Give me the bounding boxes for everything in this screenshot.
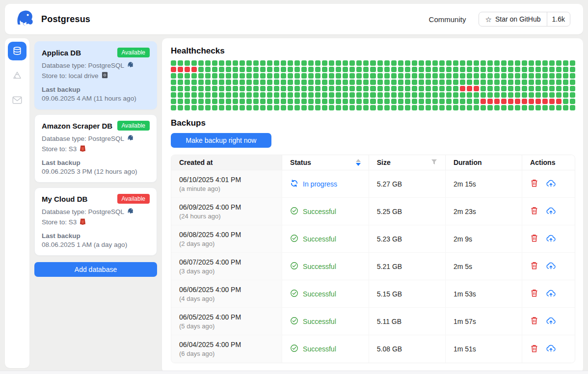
healthcheck-cell-ok[interactable] [356, 60, 362, 66]
healthcheck-cell-ok[interactable] [246, 80, 252, 85]
healthcheck-cell-ok[interactable] [253, 67, 259, 72]
healthcheck-cell-ok[interactable] [281, 92, 286, 98]
healthcheck-cell-ok[interactable] [467, 99, 472, 104]
healthcheck-cell-ok[interactable] [288, 67, 293, 72]
healthcheck-cell-ok[interactable] [377, 67, 383, 72]
healthcheck-cell-ok[interactable] [515, 73, 520, 79]
healthcheck-cell-ok[interactable] [329, 67, 334, 72]
healthcheck-cell-ok[interactable] [219, 60, 224, 66]
healthcheck-cell-ok[interactable] [294, 73, 300, 79]
healthcheck-cell-ok[interactable] [549, 60, 555, 66]
healthcheck-cell-ok[interactable] [356, 99, 362, 104]
healthcheck-cell-ok[interactable] [233, 60, 238, 66]
healthcheck-cell-ok[interactable] [191, 105, 197, 110]
healthcheck-cell-ok[interactable] [398, 67, 403, 72]
healthcheck-cell-ok[interactable] [281, 60, 286, 66]
healthcheck-cell-ok[interactable] [356, 105, 362, 110]
sidebar-item-databases[interactable] [8, 42, 27, 60]
healthcheck-cell-ok[interactable] [329, 60, 334, 66]
healthcheck-cell-ok[interactable] [556, 73, 561, 79]
healthcheck-cell-ok[interactable] [226, 105, 231, 110]
healthcheck-cell-ok[interactable] [377, 73, 383, 79]
healthcheck-cell-ok[interactable] [481, 92, 486, 98]
healthcheck-cell-ok[interactable] [432, 86, 438, 91]
healthcheck-cell-ok[interactable] [178, 86, 183, 91]
healthcheck-cell-ok[interactable] [446, 86, 452, 91]
healthcheck-cell-ok[interactable] [535, 86, 541, 91]
healthcheck-cell-ok[interactable] [570, 67, 575, 72]
healthcheck-cell-ok[interactable] [370, 105, 375, 110]
restore-backup-button[interactable] [546, 179, 556, 189]
healthcheck-cell-ok[interactable] [356, 86, 362, 91]
healthcheck-cell-ok[interactable] [274, 80, 279, 85]
healthcheck-cell-ok[interactable] [556, 80, 561, 85]
healthcheck-cell-ok[interactable] [178, 60, 183, 66]
healthcheck-cell-ok[interactable] [171, 80, 176, 85]
healthcheck-cell-ok[interactable] [501, 73, 507, 79]
healthcheck-cell-failed[interactable] [515, 99, 520, 104]
filter-icon[interactable] [431, 159, 437, 166]
healthcheck-cell-ok[interactable] [343, 105, 348, 110]
healthcheck-cell-ok[interactable] [191, 99, 197, 104]
delete-backup-button[interactable] [530, 206, 538, 216]
healthcheck-cell-ok[interactable] [522, 60, 527, 66]
healthcheck-cell-ok[interactable] [467, 60, 472, 66]
healthcheck-cell-ok[interactable] [315, 73, 321, 79]
healthcheck-cell-ok[interactable] [467, 92, 472, 98]
healthcheck-cell-ok[interactable] [549, 67, 555, 72]
healthcheck-cell-ok[interactable] [460, 73, 465, 79]
healthcheck-cell-ok[interactable] [439, 99, 445, 104]
healthcheck-cell-ok[interactable] [246, 86, 252, 91]
healthcheck-cell-ok[interactable] [426, 86, 431, 91]
healthcheck-cell-ok[interactable] [494, 105, 500, 110]
healthcheck-cell-ok[interactable] [487, 67, 493, 72]
healthcheck-cell-ok[interactable] [281, 105, 286, 110]
healthcheck-cell-ok[interactable] [432, 92, 438, 98]
healthcheck-cell-ok[interactable] [260, 60, 266, 66]
healthcheck-cell-ok[interactable] [570, 73, 575, 79]
healthcheck-cell-ok[interactable] [439, 67, 445, 72]
healthcheck-cell-ok[interactable] [522, 73, 527, 79]
healthcheck-cell-ok[interactable] [432, 67, 438, 72]
healthcheck-cell-failed[interactable] [460, 86, 465, 91]
healthcheck-cell-ok[interactable] [549, 73, 555, 79]
healthcheck-cell-ok[interactable] [446, 99, 452, 104]
healthcheck-cell-ok[interactable] [185, 60, 190, 66]
healthcheck-cell-ok[interactable] [212, 99, 217, 104]
healthcheck-cell-ok[interactable] [274, 73, 279, 79]
healthcheck-cell-ok[interactable] [501, 60, 507, 66]
healthcheck-cell-failed[interactable] [556, 99, 561, 104]
healthcheck-cell-ok[interactable] [329, 86, 334, 91]
healthcheck-cell-ok[interactable] [467, 105, 472, 110]
healthcheck-cell-ok[interactable] [384, 67, 390, 72]
healthcheck-cell-ok[interactable] [370, 92, 375, 98]
healthcheck-cell-failed[interactable] [481, 99, 486, 104]
healthcheck-cell-ok[interactable] [288, 80, 293, 85]
healthcheck-cell-ok[interactable] [267, 86, 272, 91]
healthcheck-cell-ok[interactable] [570, 86, 575, 91]
healthcheck-cell-ok[interactable] [274, 105, 279, 110]
healthcheck-cell-ok[interactable] [336, 105, 341, 110]
healthcheck-cell-ok[interactable] [556, 60, 561, 66]
healthcheck-cell-ok[interactable] [529, 67, 534, 72]
healthcheck-cell-ok[interactable] [549, 80, 555, 85]
healthcheck-cell-ok[interactable] [405, 60, 410, 66]
healthcheck-cell-ok[interactable] [432, 73, 438, 79]
healthcheck-cell-ok[interactable] [288, 99, 293, 104]
healthcheck-cell-ok[interactable] [501, 86, 507, 91]
healthcheck-cell-ok[interactable] [384, 80, 390, 85]
healthcheck-cell-ok[interactable] [246, 99, 252, 104]
healthcheck-cell-ok[interactable] [253, 99, 259, 104]
healthcheck-cell-ok[interactable] [349, 73, 355, 79]
healthcheck-cell-ok[interactable] [363, 105, 369, 110]
healthcheck-cell-ok[interactable] [419, 73, 424, 79]
healthcheck-cell-ok[interactable] [240, 92, 245, 98]
healthcheck-cell-failed[interactable] [508, 99, 513, 104]
healthcheck-cell-ok[interactable] [515, 86, 520, 91]
healthcheck-cell-ok[interactable] [398, 86, 403, 91]
database-card[interactable]: Amazon Scraper DB Available Database typ… [34, 114, 157, 183]
healthcheck-cell-ok[interactable] [322, 99, 327, 104]
healthcheck-cell-ok[interactable] [253, 105, 259, 110]
healthcheck-cell-ok[interactable] [446, 80, 452, 85]
healthcheck-cell-ok[interactable] [481, 105, 486, 110]
